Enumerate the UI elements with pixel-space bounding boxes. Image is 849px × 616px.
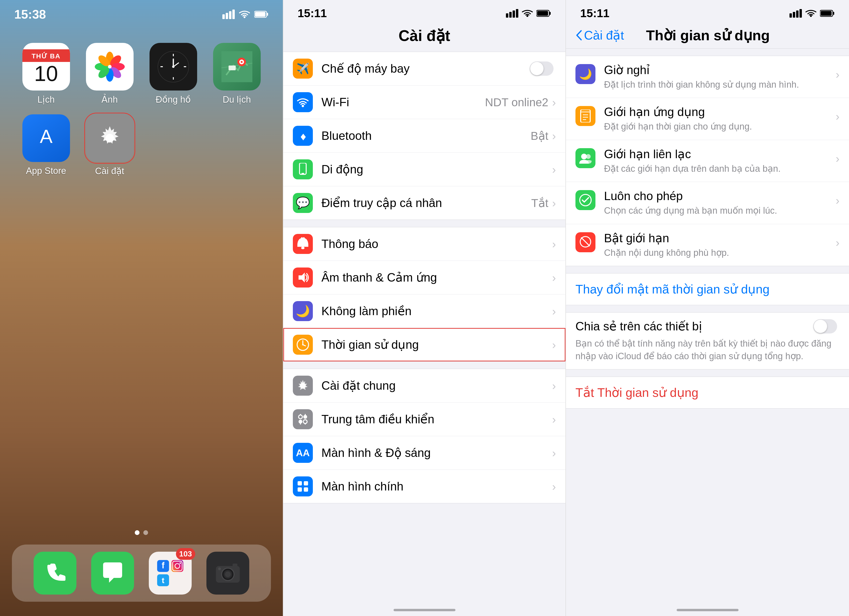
app-clock[interactable]: Đồng hồ xyxy=(146,43,200,105)
svg-rect-74 xyxy=(298,487,302,492)
back-button[interactable]: Cài đặt xyxy=(575,28,624,42)
signal-icon xyxy=(222,9,235,19)
appstore-icon[interactable]: A xyxy=(22,114,70,162)
st-row-always[interactable]: Luôn cho phép Chọn các ứng dụng mà bạn m… xyxy=(566,182,849,224)
app-maps[interactable]: Du lịch xyxy=(210,43,264,105)
app-settings[interactable]: Cài đặt xyxy=(83,114,137,176)
st-row-comlimits[interactable]: Giới hạn liên lạc Đặt các giới hạn dựa t… xyxy=(566,140,849,182)
content-text: Bật giới hạn Chặn nội dung không phù hợp… xyxy=(604,231,832,259)
dot-1 xyxy=(135,530,140,535)
svg-rect-3 xyxy=(232,9,235,19)
homescreen-chevron: › xyxy=(552,480,556,493)
dot-2 xyxy=(143,530,148,535)
dock-social-wrap: f t 103 xyxy=(149,552,192,595)
content-icon xyxy=(575,232,596,252)
share-toggle[interactable] xyxy=(813,319,837,334)
content-chevron: › xyxy=(836,236,840,249)
svg-rect-78 xyxy=(796,10,798,18)
airplane-label: Chế độ máy bay xyxy=(322,62,530,76)
photos-icon[interactable] xyxy=(86,43,134,91)
controlcenter-chevron: › xyxy=(552,413,556,426)
settings-row-screentime[interactable]: Thời gian sử dụng › xyxy=(283,328,566,361)
settings-row-airplane[interactable]: ✈️ Chế độ máy bay xyxy=(283,52,566,85)
settings-row-display[interactable]: AA Màn hình & Độ sáng › xyxy=(283,436,566,470)
always-title: Luôn cho phép xyxy=(604,189,832,203)
svg-rect-7 xyxy=(267,13,268,16)
bluetooth-value: Bật xyxy=(531,129,548,142)
svg-rect-48 xyxy=(512,10,515,18)
svg-point-65 xyxy=(303,415,307,419)
settings-row-hotspot[interactable]: 💬 Điểm truy cập cá nhân Tắt › xyxy=(283,186,566,220)
phone2-settings: 15:11 Cài đặt ✈️ xyxy=(283,0,566,616)
st-row-applimits[interactable]: Giới hạn ứng dụng Đặt giới hạn thời gian… xyxy=(566,98,849,140)
notifications-label: Thông báo xyxy=(322,237,552,251)
bluetooth-icon: ⬧ xyxy=(293,126,313,146)
wifi-icon-2 xyxy=(521,9,533,17)
svg-point-43 xyxy=(225,571,231,577)
svg-point-24 xyxy=(172,66,174,68)
dock-messages[interactable] xyxy=(91,552,134,595)
settings-row-bluetooth[interactable]: ⬧ Bluetooth Bật › xyxy=(283,119,566,153)
settings-row-mobile[interactable]: Di động › xyxy=(283,153,566,186)
calendar-icon[interactable]: THỨ BA 10 xyxy=(22,43,70,91)
settings-section-1: ✈️ Chế độ máy bay Wi-Fi NDT online2 › ⬧ xyxy=(283,52,566,220)
settings-row-wifi[interactable]: Wi-Fi NDT online2 › xyxy=(283,85,566,119)
appstore-label: App Store xyxy=(26,166,66,176)
turn-off-text[interactable]: Tắt Thời gian sử dụng xyxy=(575,386,698,400)
svg-point-54 xyxy=(302,105,304,107)
content-desc: Chặn nội dung không phù hợp. xyxy=(604,247,832,259)
hotspot-value: Tắt xyxy=(531,196,548,210)
controlcenter-icon xyxy=(293,409,313,429)
settings-section-3: Cài đặt chung › Trung tâm điều khiển › xyxy=(283,369,566,503)
app-grid: THỨ BA 10 Lịch xyxy=(0,28,283,191)
settings-row-notifications[interactable]: Thông báo › xyxy=(283,227,566,261)
app-photos[interactable]: Ảnh xyxy=(83,43,137,105)
st-row-downtime[interactable]: 🌙 Giờ nghỉ Đặt lịch trình thời gian khôn… xyxy=(566,56,849,98)
downtime-title: Giờ nghỉ xyxy=(604,63,832,77)
sound-icon xyxy=(293,267,313,288)
settings-label: Cài đặt xyxy=(95,166,124,176)
dnd-label: Không làm phiền xyxy=(322,304,552,318)
battery-icon-2 xyxy=(536,10,551,17)
svg-point-45 xyxy=(218,567,221,570)
clock-icon[interactable] xyxy=(149,43,197,91)
settings-row-dnd[interactable]: 🌙 Không làm phiền › xyxy=(283,294,566,328)
settings-icon[interactable] xyxy=(86,114,134,162)
app-calendar[interactable]: THỨ BA 10 Lịch xyxy=(19,43,73,105)
always-text: Luôn cho phép Chọn các ứng dụng mà bạn m… xyxy=(604,189,832,216)
status-bar-1: 15:38 xyxy=(0,0,283,24)
dock: f t 103 xyxy=(12,544,271,602)
hotspot-icon: 💬 xyxy=(293,193,313,213)
airplane-toggle[interactable] xyxy=(530,61,554,76)
homescreen-label: Màn hình chính xyxy=(322,480,552,493)
app-appstore[interactable]: A App Store xyxy=(19,114,73,176)
svg-point-66 xyxy=(299,420,302,424)
change-passcode-link[interactable]: Thay đổi mật mã thời gian sử dụng xyxy=(575,282,770,296)
settings-row-sound[interactable]: Âm thanh & Cảm ứng › xyxy=(283,261,566,294)
settings-row-controlcenter[interactable]: Trung tâm điều khiển › xyxy=(283,403,566,436)
screentime-chevron: › xyxy=(552,338,556,351)
signal-icon-2 xyxy=(506,9,518,18)
clock-label: Đồng hồ xyxy=(156,94,191,105)
dock-phone[interactable] xyxy=(34,552,76,595)
change-passcode-section[interactable]: Thay đổi mật mã thời gian sử dụng xyxy=(566,273,849,305)
turn-off-section[interactable]: Tắt Thời gian sử dụng xyxy=(566,377,849,409)
dock-camera[interactable] xyxy=(206,552,249,595)
svg-rect-83 xyxy=(833,12,834,15)
svg-rect-52 xyxy=(537,11,548,16)
applimits-chevron: › xyxy=(836,110,840,123)
svg-rect-75 xyxy=(304,487,308,492)
comlimits-desc: Đặt các giới hạn dựa trên danh bạ của bạ… xyxy=(604,163,832,175)
svg-marker-58 xyxy=(299,273,305,282)
dnd-chevron: › xyxy=(552,305,556,318)
svg-text:t: t xyxy=(162,576,164,585)
maps-icon[interactable] xyxy=(213,43,261,91)
wifi-label: Wi-Fi xyxy=(322,95,485,109)
back-label: Cài đặt xyxy=(584,28,624,42)
st-row-content[interactable]: Bật giới hạn Chặn nội dung không phù hợp… xyxy=(566,224,849,266)
general-label: Cài đặt chung xyxy=(322,379,552,392)
svg-rect-26 xyxy=(229,66,236,70)
applimits-text: Giới hạn ứng dụng Đặt giới hạn thời gian… xyxy=(604,105,832,133)
settings-row-homescreen[interactable]: Màn hình chính › xyxy=(283,470,566,503)
settings-row-general[interactable]: Cài đặt chung › xyxy=(283,369,566,403)
